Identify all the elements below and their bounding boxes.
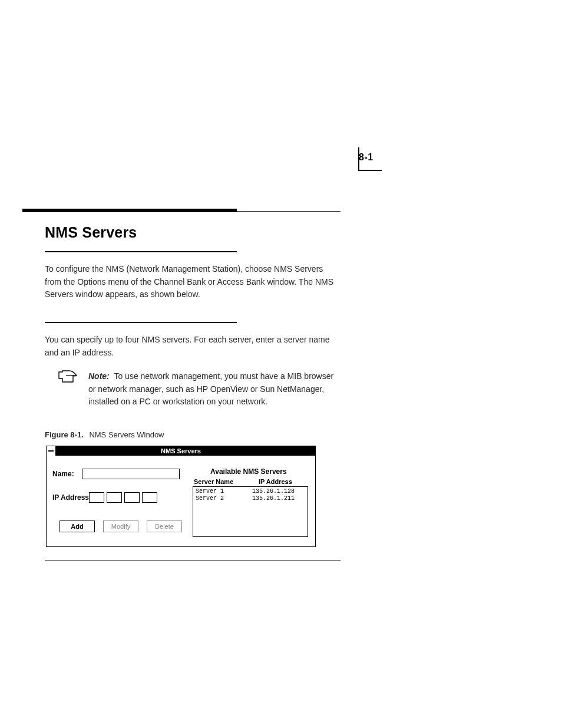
note: Note: To use network management, you mus… <box>58 370 340 409</box>
divider <box>45 251 237 252</box>
dialog-body: Name: IP Address: Add Modify Delete Avai… <box>47 456 315 546</box>
available-servers-listbox[interactable]: Server 1 135.26.1.128 Server 2 135.26.1.… <box>193 486 308 537</box>
page-number-text: 8-1 <box>359 152 373 162</box>
server-name-cell: Server 1 <box>196 488 249 495</box>
add-button[interactable]: Add <box>59 521 95 532</box>
name-input[interactable] <box>82 469 180 479</box>
ip-octet-4-input[interactable] <box>142 492 157 503</box>
note-text: Note: To use network management, you mus… <box>88 370 340 409</box>
nms-servers-dialog: NMS Servers Name: IP Address: Add Modify… <box>46 446 316 547</box>
divider <box>45 322 237 323</box>
note-body: To use network management, you must have… <box>88 371 333 406</box>
list-item[interactable]: Server 2 135.26.1.211 <box>196 495 305 502</box>
server-ip-cell: 135.26.1.128 <box>252 488 305 495</box>
section-title: NMS Servers <box>45 224 137 241</box>
dialog-title: NMS Servers <box>161 447 201 454</box>
body-paragraph-1: To configure the NMS (Network Management… <box>45 263 339 301</box>
ip-octet-3-input[interactable] <box>124 492 140 503</box>
name-label: Name: <box>52 470 74 478</box>
delete-button: Delete <box>147 521 182 532</box>
list-item[interactable]: Server 1 135.26.1.128 <box>196 488 305 495</box>
column-header-server-name: Server Name <box>194 478 233 485</box>
page: 8-1 NMS Servers To configure the NMS (Ne… <box>0 0 562 728</box>
note-label: Note: <box>88 371 110 381</box>
column-header-ip-address: IP Address <box>259 478 292 485</box>
dialog-titlebar[interactable]: NMS Servers <box>47 446 315 456</box>
ip-octet-2-input[interactable] <box>107 492 122 503</box>
system-menu-icon[interactable] <box>47 446 56 456</box>
modify-button: Modify <box>103 521 138 532</box>
figure-title: NMS Servers Window <box>89 430 164 439</box>
figure-label: Figure 8-1. <box>45 430 84 439</box>
body-paragraph-2: You can specify up to four NMS servers. … <box>45 334 339 359</box>
server-name-cell: Server 2 <box>196 495 249 502</box>
section-rule-heavy <box>22 209 237 212</box>
server-ip-cell: 135.26.1.211 <box>252 495 305 502</box>
available-servers-heading: Available NMS Servers <box>210 467 287 476</box>
ip-address-label: IP Address: <box>52 493 91 502</box>
section-rule-light <box>237 211 340 212</box>
pointing-hand-icon <box>58 370 78 383</box>
ip-octet-1-input[interactable] <box>89 492 104 503</box>
page-number: 8-1 <box>359 152 373 163</box>
figure-caption: Figure 8-1. NMS Servers Window <box>45 430 164 439</box>
divider <box>45 560 340 561</box>
